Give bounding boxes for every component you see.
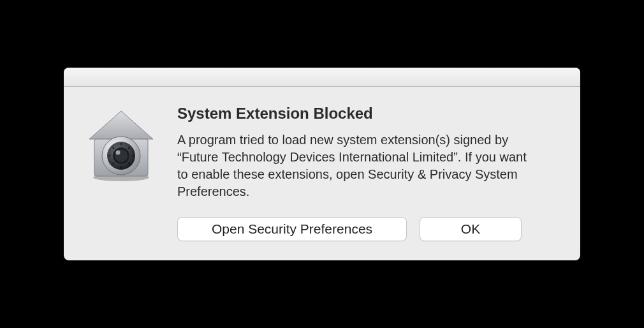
dialog-content: System Extension Blocked A program tried… xyxy=(64,87,580,260)
svg-marker-1 xyxy=(89,111,153,139)
dialog-button-row: Open Security Preferences OK xyxy=(177,217,561,241)
dialog-title: System Extension Blocked xyxy=(177,105,561,123)
dialog-icon-column xyxy=(83,105,159,241)
security-house-vault-icon xyxy=(83,107,159,184)
open-security-preferences-button[interactable]: Open Security Preferences xyxy=(177,217,407,241)
dialog-titlebar xyxy=(64,68,580,87)
dialog-text-column: System Extension Blocked A program tried… xyxy=(177,105,561,241)
svg-point-7 xyxy=(116,151,121,155)
ok-button[interactable]: OK xyxy=(420,217,522,241)
dialog-body: A program tried to load new system exten… xyxy=(177,131,534,200)
system-extension-blocked-dialog: System Extension Blocked A program tried… xyxy=(64,68,580,260)
